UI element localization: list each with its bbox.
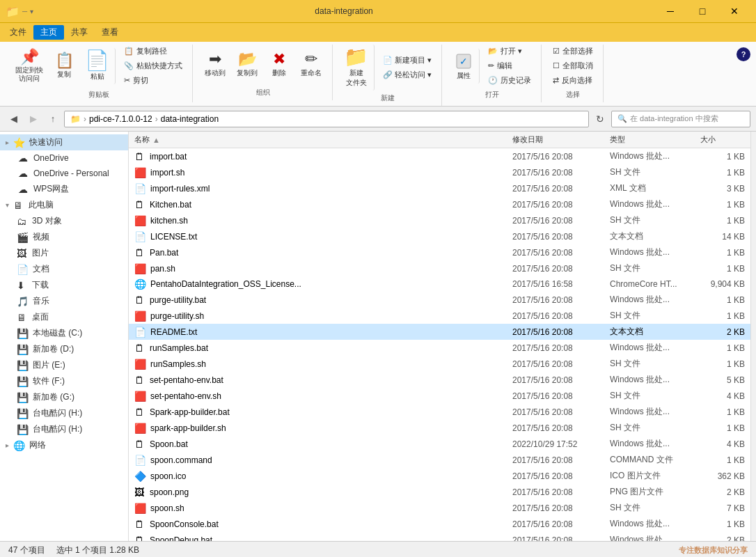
invert-selection-button[interactable]: ⇄ 反向选择 [549,74,597,87]
sidebar-item-pictures[interactable]: 🖼 图片 [11,245,128,261]
file-row[interactable]: 🔷 spoon.ico 2017/5/16 20:08 ICO 图片文件 362… [129,468,750,484]
file-size: 1 KB [695,518,750,531]
menu-home[interactable]: 主页 [33,25,64,40]
file-row[interactable]: 🟥 kitchen.sh 2017/5/16 20:08 SH 文件 1 KB [129,212,750,228]
file-row[interactable]: 🗒 SpoonDebug.bat 2017/5/16 20:08 Windows… [129,532,750,541]
easy-access-button[interactable]: 🔗 轻松访问 ▾ [379,68,436,81]
file-size: 1 KB [695,198,750,211]
select-all-button[interactable]: ☑ 全部选择 [549,45,597,58]
copy-button[interactable]: 📋 复制 [49,50,79,82]
file-date: 2017/5/16 20:08 [507,214,604,227]
file-row[interactable]: 🗒 runSamples.bat 2017/5/16 20:08 Windows… [129,340,750,356]
sidebar-label-c: 本地磁盘 (C:) [33,327,82,339]
copy-path-button[interactable]: 📋 复制路径 [120,45,187,58]
up-button[interactable]: ↑ [45,111,61,127]
pin-quick-access-button[interactable]: 📌 固定到快访问问 [11,47,47,86]
sidebar-item-h2[interactable]: 💾 台电酷闪 (H:) [11,421,128,437]
right-scrollbar[interactable] [750,132,756,541]
menu-view[interactable]: 查看 [95,25,125,40]
e-drive-icon: 💾 [17,360,29,371]
help-button[interactable]: ? [737,47,750,61]
3d-icon: 🗂 [17,216,28,227]
file-row[interactable]: 🗒 SpoonConsole.bat 2017/5/16 20:08 Windo… [129,516,750,532]
move-to-button[interactable]: ➡ 移动到 [200,49,230,81]
sidebar-item-wps[interactable]: ☁ WPS网盘 [0,181,128,197]
back-button[interactable]: ◀ [6,111,22,127]
minimize-button[interactable]: ─ [654,0,686,22]
sidebar-item-d[interactable]: 💾 新加卷 (D:) [11,341,128,357]
close-button[interactable]: ✕ [718,0,750,22]
file-row[interactable]: 🗒 import.bat 2017/5/16 20:08 Windows 批处.… [129,148,750,164]
sidebar-item-desktop[interactable]: 🖥 桌面 [11,309,128,325]
header-size[interactable]: 大小 [695,132,750,148]
sidebar-item-h1[interactable]: 💾 台电酷闪 (H:) [11,405,128,421]
new-item-button[interactable]: 📄 新建项目 ▾ [379,54,436,67]
file-date: 2017/5/16 20:08 [507,374,604,386]
file-row[interactable]: 🗒 Spark-app-builder.bat 2017/5/16 20:08 … [129,404,750,420]
sidebar-item-docs[interactable]: 📄 文档 [11,261,128,277]
file-row[interactable]: 🟥 purge-utility.sh 2017/5/16 20:08 SH 文件… [129,308,750,324]
sidebar-item-3d[interactable]: 🗂 3D 对象 [11,213,128,229]
menu-share[interactable]: 共享 [64,25,95,40]
open-button[interactable]: 📂 打开 ▾ [484,45,535,58]
copy-to-button[interactable]: 📂 复制到 [232,49,262,81]
file-row[interactable]: 🗒 set-pentaho-env.bat 2017/5/16 20:08 Wi… [129,372,750,388]
header-name[interactable]: 名称 ▲ [129,132,507,148]
select-none-button[interactable]: ☐ 全部取消 [549,59,597,72]
maximize-button[interactable]: □ [686,0,718,22]
file-row[interactable]: 🟥 set-pentaho-env.sh 2017/5/16 20:08 SH … [129,388,750,404]
search-bar[interactable]: 🔍 在 data-integration 中搜索 [611,111,750,127]
refresh-button[interactable]: ↻ [592,111,608,127]
file-name: 🗒 Spark-app-builder.bat [129,405,507,419]
file-row[interactable]: 📄 import-rules.xml 2017/5/16 20:08 XML 文… [129,180,750,196]
rename-button[interactable]: ✏ 重命名 [296,49,326,81]
sidebar-item-music[interactable]: 🎵 音乐 [11,293,128,309]
header-type[interactable]: 类型 [604,132,695,148]
file-row[interactable]: 🟥 spoon.sh 2017/5/16 20:08 SH 文件 7 KB [129,500,750,516]
sidebar-item-quick-access[interactable]: ▸ ⭐ 快速访问 [0,134,128,150]
file-row[interactable]: 🗒 Kitchen.bat 2017/5/16 20:08 Windows 批处… [129,196,750,212]
file-row[interactable]: 🟥 pan.sh 2017/5/16 20:08 SH 文件 1 KB [129,260,750,276]
file-row[interactable]: 📄 LICENSE.txt 2017/5/16 20:08 文本文档 14 KB [129,228,750,244]
sidebar-item-onedrive[interactable]: ☁ OneDrive [0,150,128,166]
file-row[interactable]: 🗒 Pan.bat 2017/5/16 20:08 Windows 批处... … [129,244,750,260]
file-row[interactable]: 🗒 Spoon.bat 2022/10/29 17:52 Windows 批处.… [129,436,750,452]
forward-button[interactable]: ▶ [25,111,42,127]
paste-button[interactable]: 📄 粘贴 [81,48,116,84]
file-row[interactable]: 🖼 spoon.png 2017/5/16 20:08 PNG 图片文件 2 K… [129,484,750,500]
sidebar-item-downloads[interactable]: ⬇ 下载 [11,277,128,293]
paste-shortcut-button[interactable]: 📎 粘贴快捷方式 [120,59,187,72]
file-row[interactable]: 🟥 import.sh 2017/5/16 20:08 SH 文件 1 KB [129,164,750,180]
file-row[interactable]: 🌐 PentahoDataIntegration_OSS_License... … [129,276,750,292]
sidebar-item-thispc[interactable]: ▾ 🖥 此电脑 [0,197,128,213]
breadcrumb-current[interactable]: data-integration [161,114,219,124]
file-row[interactable]: 🗒 purge-utility.bat 2017/5/16 20:08 Wind… [129,292,750,308]
edit-button[interactable]: ✏ 编辑 [484,59,535,72]
wps-icon: ☁ [18,184,29,195]
cut-button[interactable]: ✂ 剪切 [120,74,187,87]
breadcrumb[interactable]: 📁 › pdi-ce-7.1.0.0-12 › data-integration [64,111,589,127]
breadcrumb-parent[interactable]: pdi-ce-7.1.0.0-12 [89,114,152,124]
file-type-icon: 🖼 [134,487,145,498]
sidebar-item-video[interactable]: 🎬 视频 [11,229,128,245]
file-name: 🟥 runSamples.sh [129,357,507,371]
history-button[interactable]: 🕐 历史记录 [484,74,535,87]
file-row[interactable]: 🟥 spark-app-builder.sh 2017/5/16 20:08 S… [129,420,750,436]
properties-button[interactable]: ✓ 属性 [449,49,480,84]
sidebar-item-g[interactable]: 💾 新加卷 (G:) [11,389,128,405]
menu-file[interactable]: 文件 [3,25,33,40]
file-row[interactable]: 🟥 runSamples.sh 2017/5/16 20:08 SH 文件 1 … [129,356,750,372]
delete-button[interactable]: ✖ 删除 [264,49,294,81]
new-folder-button[interactable]: 📁 新建文件夹 [340,45,375,91]
header-date[interactable]: 修改日期 [507,132,604,148]
file-name: 🗒 Kitchen.bat [129,198,507,212]
sidebar-item-c[interactable]: 💾 本地磁盘 (C:) [11,325,128,341]
sidebar-item-onedrive-personal[interactable]: ☁ OneDrive - Personal [0,166,128,181]
sidebar-item-network[interactable]: ▸ 🌐 网络 [0,437,128,453]
file-size: 1 KB [695,294,750,306]
sidebar-item-e[interactable]: 💾 图片 (E:) [11,357,128,373]
sidebar-item-f[interactable]: 💾 软件 (F:) [11,373,128,389]
file-row[interactable]: 📄 README.txt 2017/5/16 20:08 文本文档 2 KB [129,324,750,340]
sidebar-label-quick-access: 快速访问 [29,136,63,148]
file-row[interactable]: 📄 spoon.command 2017/5/16 20:08 COMMAND … [129,452,750,468]
